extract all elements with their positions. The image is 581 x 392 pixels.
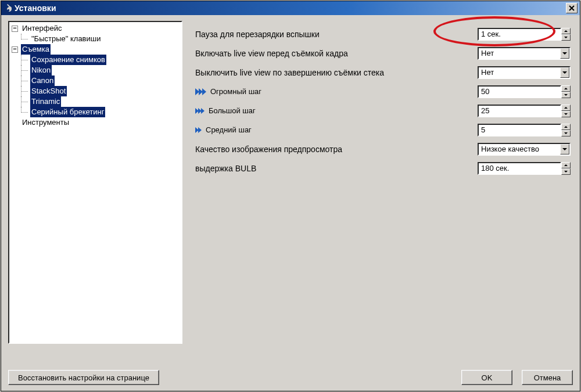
huge-step-icon: [195, 88, 206, 95]
spin-down-icon[interactable]: [561, 111, 571, 117]
medium-step-label: Средний шаг: [206, 125, 252, 134]
big-step-icon: [195, 108, 204, 114]
settings-window: Установки − Интерфейс: [1, 1, 580, 391]
dropdown-icon[interactable]: [560, 67, 569, 78]
tree-item-trinamic[interactable]: Trinamic: [21, 96, 180, 107]
tree-line-icon: [21, 65, 29, 75]
preview-quality-label: Качество изображения предпросмотра: [195, 145, 478, 154]
dialog-footer: Восстановить настройки на странице OK От…: [8, 366, 573, 385]
tree-item-canon[interactable]: Canon: [21, 75, 180, 86]
restore-defaults-button[interactable]: Восстановить настройки на странице: [8, 370, 159, 385]
dropdown-icon[interactable]: [560, 48, 569, 59]
spin-up-icon[interactable]: [561, 162, 571, 168]
tree-item-nikon[interactable]: Nikon: [21, 65, 180, 75]
spin-down-icon[interactable]: [561, 92, 571, 98]
bulb-spinner[interactable]: 180 сек.: [478, 162, 571, 175]
settings-panel: Пауза для перезарядки вспышки 1 сек. Вкл…: [188, 21, 573, 366]
collapse-icon[interactable]: −: [12, 46, 18, 53]
tree-item-save-images[interactable]: Сохранение снимков: [21, 55, 180, 65]
main-area: − Интерфейс "Быстрые" клавиши: [8, 21, 573, 366]
dialog-body: − Интерфейс "Быстрые" клавиши: [1, 15, 580, 391]
enable-liveview-label: Включать live view перед съёмкой кадра: [195, 49, 478, 58]
huge-step-spinner[interactable]: 50: [478, 85, 571, 98]
collapse-icon[interactable]: −: [12, 26, 18, 32]
tree-panel[interactable]: − Интерфейс "Быстрые" клавиши: [8, 21, 182, 344]
ok-button[interactable]: OK: [461, 370, 512, 385]
tree-item-serial-bracket[interactable]: Серийный брекетинг: [21, 107, 180, 117]
tree-spacer: [12, 120, 18, 126]
bulb-label: выдержка BULB: [195, 164, 478, 173]
dropdown-icon[interactable]: [560, 144, 569, 154]
spin-down-icon[interactable]: [561, 130, 571, 136]
tree-item-capture[interactable]: − Съемка: [12, 44, 180, 55]
medium-step-icon: [195, 127, 201, 133]
enable-liveview-select[interactable]: Нет: [478, 47, 571, 60]
medium-step-spinner[interactable]: 5: [478, 124, 571, 136]
disable-liveview-label: Выключить live view по завершению съёмки…: [195, 68, 478, 77]
tree-item-interface[interactable]: − Интерфейс: [12, 23, 180, 34]
spin-up-icon[interactable]: [561, 28, 571, 34]
spin-up-icon[interactable]: [561, 124, 571, 130]
huge-step-label: Огромный шаг: [210, 87, 261, 96]
big-step-label: Большой шаг: [209, 106, 256, 115]
flash-pause-spinner[interactable]: 1 сек.: [478, 28, 571, 41]
tree-item-stackshot[interactable]: StackShot: [21, 86, 180, 96]
tree-line-icon: [21, 75, 29, 86]
titlebar: Установки: [1, 1, 580, 15]
spin-up-icon[interactable]: [561, 85, 571, 92]
tree-line-icon: [21, 55, 29, 65]
disable-liveview-select[interactable]: Нет: [478, 66, 571, 79]
tree-line-icon: [21, 34, 29, 44]
preview-quality-select[interactable]: Низкое качество: [478, 143, 571, 156]
tree-line-icon: [21, 96, 29, 107]
window-title: Установки: [15, 3, 566, 13]
big-step-spinner[interactable]: 25: [478, 105, 571, 117]
tree-line-icon: [21, 107, 29, 117]
tree-item-tools[interactable]: Инструменты: [12, 117, 180, 128]
spin-up-icon[interactable]: [561, 105, 571, 111]
tree-line-icon: [21, 86, 29, 96]
flash-pause-label: Пауза для перезарядки вспышки: [195, 30, 478, 39]
cancel-button[interactable]: Отмена: [522, 370, 573, 385]
close-button[interactable]: [566, 3, 578, 13]
spin-down-icon[interactable]: [561, 168, 571, 175]
spin-down-icon[interactable]: [561, 34, 571, 41]
wrench-icon: [3, 4, 12, 12]
tree-item-hotkeys[interactable]: "Быстрые" клавиши: [21, 34, 180, 44]
